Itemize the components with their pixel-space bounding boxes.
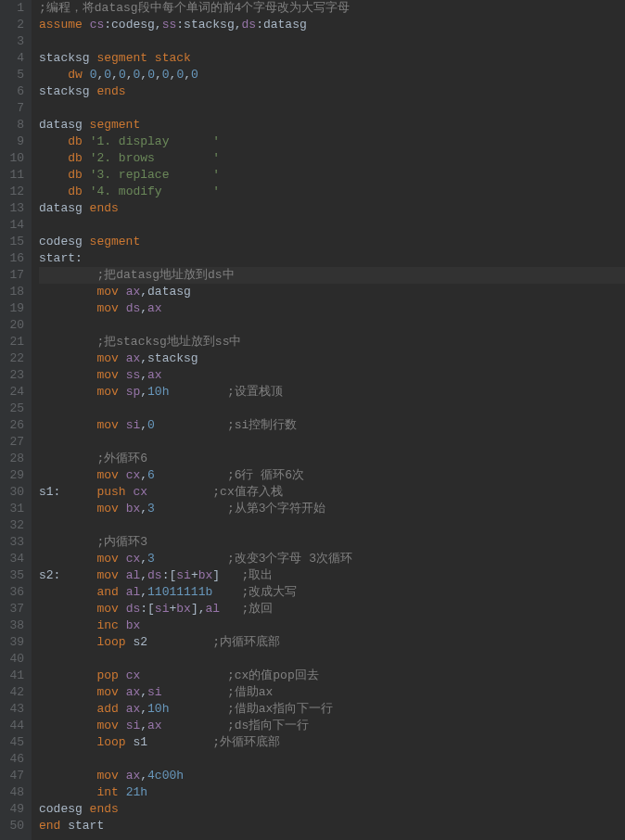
code-token — [39, 285, 96, 299]
code-line[interactable]: dw 0,0,0,0,0,0,0,0 — [39, 67, 625, 83]
code-token: , — [140, 368, 147, 382]
code-line[interactable]: db '1. display ' — [39, 134, 625, 150]
code-token: ds — [242, 18, 257, 32]
code-token: ;改成大写 — [242, 585, 298, 599]
line-number: 19 — [6, 300, 24, 317]
code-token — [162, 685, 227, 699]
code-line[interactable]: s1: push cx ;cx值存入栈 — [39, 484, 625, 501]
line-number: 39 — [6, 634, 24, 651]
code-line[interactable]: mov ax,si ;借助ax — [39, 684, 625, 701]
code-line[interactable]: mov ds,ax — [39, 300, 625, 317]
code-line[interactable]: stacksg segment stack — [39, 50, 625, 67]
code-line[interactable]: mov ss,ax — [39, 367, 625, 384]
code-token: si — [126, 418, 141, 432]
line-number: 20 — [6, 317, 24, 334]
code-line[interactable]: end start — [39, 818, 625, 834]
code-line[interactable]: ;编程，将datasg段中每个单词的前4个字母改为大写字母 — [39, 0, 625, 17]
code-token: , — [140, 285, 147, 299]
code-token: stack — [155, 51, 191, 65]
code-line[interactable]: loop s1 ;外循环底部 — [39, 734, 625, 751]
code-token: , — [155, 18, 162, 32]
code-line[interactable]: codesg segment — [39, 234, 625, 250]
code-line[interactable]: ;把stacksg地址放到ss中 — [39, 334, 625, 350]
code-line[interactable]: mov ax,datasg — [39, 284, 625, 300]
code-line[interactable]: mov si,0 ;si控制行数 — [39, 417, 625, 434]
code-line[interactable]: inc bx — [39, 617, 625, 634]
line-number: 46 — [6, 751, 24, 768]
line-number: 14 — [6, 217, 24, 234]
code-line[interactable]: mov ds:[si+bx],al ;放回 — [39, 601, 625, 617]
code-line[interactable]: mov si,ax ;ds指向下一行 — [39, 718, 625, 734]
line-number: 35 — [6, 567, 24, 584]
code-line[interactable]: mov cx,6 ;6行 循环6次 — [39, 467, 625, 484]
code-token: ax — [126, 285, 141, 299]
code-line[interactable]: s2: mov al,ds:[si+bx] ;取出 — [39, 567, 625, 584]
code-line[interactable] — [39, 651, 625, 668]
code-token: :[ — [140, 602, 155, 616]
code-line[interactable] — [39, 317, 625, 334]
code-token: ;借助ax指向下一行 — [227, 702, 333, 716]
code-line[interactable]: loop s2 ;内循环底部 — [39, 634, 625, 651]
code-line[interactable] — [39, 100, 625, 117]
code-token — [119, 368, 126, 382]
code-line[interactable] — [39, 33, 625, 50]
code-token: s1 — [126, 735, 213, 749]
line-number: 3 — [6, 33, 24, 50]
code-token: 0 — [147, 418, 155, 432]
code-area[interactable]: ;编程，将datasg段中每个单词的前4个字母改为大写字母assume cs:c… — [32, 0, 625, 840]
code-line[interactable]: int 21h — [39, 784, 625, 801]
code-line[interactable]: mov bx,3 ;从第3个字符开始 — [39, 501, 625, 517]
code-line[interactable]: codesg ends — [39, 801, 625, 818]
line-number: 8 — [6, 117, 24, 134]
code-line[interactable]: mov cx,3 ;改变3个字母 3次循环 — [39, 551, 625, 567]
code-line[interactable]: pop cx ;cx的值pop回去 — [39, 668, 625, 684]
code-line[interactable]: add ax,10h ;借助ax指向下一行 — [39, 701, 625, 718]
code-token: bx — [176, 602, 191, 616]
code-line[interactable]: mov ax,stacksg — [39, 350, 625, 367]
code-line[interactable]: datasg segment — [39, 117, 625, 134]
code-token: si — [147, 685, 162, 699]
code-token: al — [126, 568, 141, 582]
code-line[interactable]: stacksg ends — [39, 83, 625, 100]
code-token: , — [140, 468, 147, 482]
code-line[interactable]: ;把datasg地址放到ds中 — [39, 267, 625, 284]
code-token: ss — [162, 18, 177, 32]
code-token: , — [140, 769, 147, 783]
code-line[interactable]: ;外循环6 — [39, 451, 625, 467]
code-token: codesg — [39, 802, 90, 816]
line-number: 28 — [6, 451, 24, 467]
code-token — [39, 635, 96, 649]
code-token: 3 — [147, 552, 155, 566]
code-token: bx — [198, 568, 213, 582]
code-line[interactable] — [39, 401, 625, 417]
line-number: 48 — [6, 784, 24, 801]
code-token: db — [68, 185, 83, 198]
line-number: 2 — [6, 17, 24, 33]
line-number: 9 — [6, 134, 24, 150]
code-line[interactable]: datasg ends — [39, 200, 625, 217]
code-token — [83, 168, 90, 182]
code-token: codesg — [111, 18, 155, 32]
code-line[interactable]: db '2. brows ' — [39, 150, 625, 167]
code-editor[interactable]: 1234567891011121314151617181920212223242… — [0, 0, 625, 840]
code-token: ;si控制行数 — [227, 418, 297, 432]
code-line[interactable] — [39, 217, 625, 234]
code-line[interactable]: mov sp,10h ;设置栈顶 — [39, 384, 625, 401]
code-token — [119, 685, 126, 699]
code-line[interactable] — [39, 517, 625, 534]
code-line[interactable]: start: — [39, 250, 625, 267]
code-token — [39, 702, 96, 716]
code-line[interactable]: assume cs:codesg,ss:stacksg,ds:datasg — [39, 17, 625, 33]
code-line[interactable]: and al,11011111b ;改成大写 — [39, 584, 625, 601]
code-line[interactable]: mov ax,4c00h — [39, 768, 625, 784]
code-token: ;把stacksg地址放到ss中 — [96, 335, 241, 349]
code-token: , — [140, 702, 147, 716]
code-token — [39, 418, 96, 432]
code-token — [147, 51, 155, 65]
code-line[interactable]: db '4. modify ' — [39, 184, 625, 200]
code-line[interactable] — [39, 434, 625, 451]
code-token: ;ds指向下一行 — [227, 719, 309, 732]
code-line[interactable] — [39, 751, 625, 768]
code-line[interactable]: db '3. replace ' — [39, 167, 625, 184]
code-line[interactable]: ;内循环3 — [39, 534, 625, 551]
